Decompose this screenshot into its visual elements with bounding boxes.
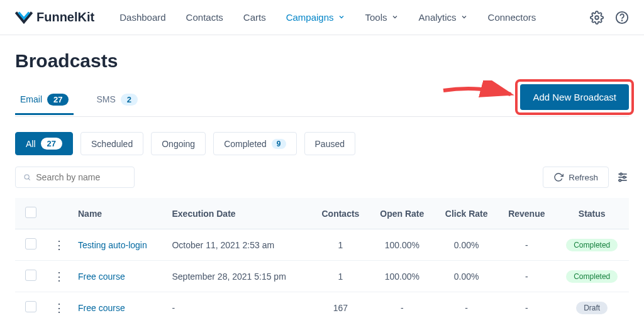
- row-menu-icon[interactable]: ⋮: [53, 239, 65, 251]
- table-header: Name: [72, 198, 165, 229]
- filter-paused[interactable]: Paused: [304, 132, 355, 155]
- annotation-arrow-icon: [440, 80, 516, 108]
- nav-item-contacts[interactable]: Contacts: [186, 12, 223, 23]
- status-badge: Completed: [566, 270, 618, 283]
- row-name-link[interactable]: Testing auto-login: [78, 240, 147, 250]
- gear-icon[interactable]: [590, 11, 604, 25]
- table-header: [15, 198, 47, 229]
- chevron-down-icon: [460, 12, 468, 23]
- table-header: Contacts: [311, 198, 369, 229]
- table-row: ⋮Free course-167---Draft: [15, 292, 629, 319]
- row-open-rate: -: [369, 292, 435, 319]
- nav-item-dashboard[interactable]: Dashboard: [119, 12, 165, 23]
- filter-all[interactable]: All27: [15, 132, 73, 155]
- filter-ongoing[interactable]: Ongoing: [151, 132, 206, 155]
- table-row: ⋮Testing auto-loginOctober 11, 2021 2:53…: [15, 229, 629, 261]
- tab-email[interactable]: Email27: [15, 86, 74, 115]
- row-revenue: -: [498, 229, 555, 261]
- sliders-icon[interactable]: [616, 171, 629, 184]
- svg-point-0: [595, 16, 599, 19]
- svg-point-2: [622, 20, 623, 21]
- row-checkbox[interactable]: [25, 238, 36, 249]
- svg-point-9: [619, 179, 621, 181]
- tab-count-badge: 2: [121, 94, 138, 106]
- row-click-rate: 0.00%: [435, 229, 498, 261]
- broadcasts-table: NameExecution DateContactsOpen RateClick…: [15, 198, 629, 318]
- table-row: ⋮Free courseSeptember 28, 2021 5:15 pm11…: [15, 261, 629, 292]
- search-input[interactable]: [36, 172, 126, 182]
- nav-item-tools[interactable]: Tools: [365, 12, 399, 23]
- refresh-button[interactable]: Refresh: [543, 167, 609, 188]
- filter-completed[interactable]: Completed9: [213, 132, 296, 155]
- row-contacts: 1: [311, 229, 369, 261]
- nav-items: DashboardContactsCartsCampaignsToolsAnal…: [119, 12, 590, 23]
- refresh-icon: [553, 172, 564, 182]
- filter-scheduled[interactable]: Scheduled: [80, 132, 143, 155]
- svg-point-3: [25, 175, 29, 179]
- row-date: October 11, 2021 2:53 am: [165, 229, 311, 261]
- nav-item-connectors[interactable]: Connectors: [488, 12, 536, 23]
- svg-point-5: [620, 173, 622, 175]
- page-title: Broadcasts: [15, 50, 629, 72]
- nav-item-campaigns[interactable]: Campaigns: [286, 12, 345, 23]
- filter-count-badge: 27: [41, 138, 62, 150]
- tab-sms[interactable]: SMS2: [91, 86, 143, 115]
- row-click-rate: 0.00%: [435, 261, 498, 292]
- table-header: Click Rate: [435, 198, 498, 229]
- status-badge: Draft: [576, 302, 608, 314]
- add-new-broadcast-button[interactable]: Add New Broadcast: [520, 84, 629, 110]
- row-menu-icon[interactable]: ⋮: [53, 302, 65, 314]
- row-name-link[interactable]: Free course: [78, 303, 125, 313]
- brand-logo[interactable]: FunnelKit: [15, 9, 94, 26]
- table-header: Open Rate: [369, 198, 435, 229]
- nav-item-analytics[interactable]: Analytics: [419, 12, 468, 23]
- filter-bar: All27ScheduledOngoingCompleted9Paused: [15, 132, 629, 155]
- row-contacts: 167: [311, 292, 369, 319]
- toolbar: Refresh: [15, 167, 629, 188]
- status-badge: Completed: [566, 239, 618, 251]
- funnelkit-logo-icon: [15, 9, 33, 26]
- svg-point-7: [623, 176, 625, 178]
- search-icon: [23, 173, 31, 182]
- row-revenue: -: [498, 292, 555, 319]
- row-contacts: 1: [311, 261, 369, 292]
- row-date: -: [165, 292, 311, 319]
- row-checkbox[interactable]: [25, 270, 36, 281]
- table-header: [47, 198, 72, 229]
- row-menu-icon[interactable]: ⋮: [53, 270, 65, 283]
- row-open-rate: 100.00%: [369, 261, 435, 292]
- select-all-checkbox[interactable]: [25, 207, 36, 218]
- row-date: September 28, 2021 5:15 pm: [165, 261, 311, 292]
- search-input-wrap[interactable]: [15, 167, 135, 188]
- chevron-down-icon: [338, 12, 345, 23]
- tabs-row: Email27SMS2 Add New Broadcast: [15, 84, 629, 117]
- tab-count-badge: 27: [47, 94, 69, 106]
- row-click-rate: -: [435, 292, 498, 319]
- top-nav: FunnelKit DashboardContactsCartsCampaign…: [0, 0, 644, 35]
- chevron-down-icon: [391, 12, 399, 23]
- table-header: Execution Date: [165, 198, 311, 229]
- filter-count-badge: 9: [272, 139, 286, 149]
- row-open-rate: 100.00%: [369, 229, 435, 261]
- table-header: Revenue: [498, 198, 555, 229]
- row-revenue: -: [498, 261, 555, 292]
- help-icon[interactable]: [615, 11, 629, 25]
- table-header: Status: [555, 198, 629, 229]
- row-checkbox[interactable]: [25, 301, 36, 312]
- brand-name: FunnelKit: [36, 10, 94, 25]
- row-name-link[interactable]: Free course: [78, 271, 125, 282]
- nav-item-carts[interactable]: Carts: [243, 12, 266, 23]
